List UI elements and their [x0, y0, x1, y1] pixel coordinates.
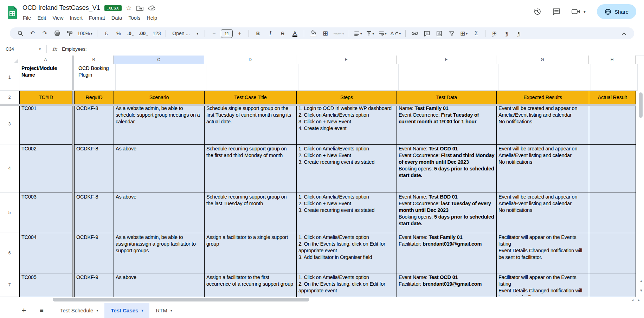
table-header-test-data[interactable]: Test Data — [397, 91, 497, 104]
cell-steps[interactable]: 1. Click on Amelia/Events option 2. On t… — [297, 273, 397, 297]
merge-cells-button[interactable]: ⇥⇤▾ — [332, 28, 345, 38]
search-menus-button[interactable] — [15, 28, 26, 38]
cell-a1[interactable]: Project/Module Name — [19, 64, 72, 91]
video-call-button[interactable]: ▼ — [571, 8, 586, 15]
row-header-4[interactable]: 4 — [0, 144, 19, 193]
format-currency-button[interactable]: £ — [101, 28, 112, 38]
cell-test-data[interactable]: Event Name: Test OCD 01 Facilitator: bre… — [397, 273, 497, 297]
cell-h1[interactable] — [591, 64, 638, 91]
horizontal-scrollbar[interactable] — [53, 298, 309, 301]
row-header-1[interactable]: 1 — [0, 64, 19, 91]
cell-req[interactable]: OCDKF-8 — [75, 145, 114, 193]
column-header-A[interactable]: A — [19, 56, 72, 64]
cell-steps[interactable]: 1. Login to OCD Irl website WP dashboard… — [297, 104, 397, 145]
text-direction-rtl-button[interactable]: ¶← — [514, 28, 524, 38]
text-direction-ltr-button[interactable]: ¶→ — [501, 28, 512, 38]
fill-color-button[interactable] — [308, 28, 318, 38]
font-select[interactable]: Open ...▾ — [169, 28, 201, 38]
cell-title[interactable]: Assign a facilitator to the first occurr… — [205, 273, 297, 297]
cell-id[interactable]: TC005 — [20, 273, 72, 297]
column-header-E[interactable]: E — [296, 56, 397, 64]
all-sheets-menu-button[interactable]: ≡ — [37, 307, 46, 314]
column-header-F[interactable]: F — [397, 56, 496, 64]
paint-format-button[interactable] — [64, 28, 75, 38]
cell-scenario[interactable]: As a website admin, be able to schedule … — [114, 104, 205, 145]
vertical-align-button[interactable]: ▾ — [365, 28, 376, 38]
sheet-tab-test-cases[interactable]: Test Cases▾ — [104, 303, 149, 318]
cell-expected[interactable]: Facilitator will appear on the Events li… — [497, 233, 589, 273]
table-header-req-id[interactable]: Req#ID — [75, 91, 114, 104]
font-size-input[interactable]: 11 — [221, 29, 233, 38]
column-header-B[interactable]: B — [74, 56, 114, 64]
cell-scenario[interactable]: As above — [114, 193, 205, 233]
cell-actual[interactable] — [589, 104, 636, 145]
cell-id[interactable]: TC001 — [20, 104, 72, 145]
cell-actual[interactable] — [589, 145, 636, 193]
text-rotation-button[interactable]: A ▾ — [389, 28, 402, 38]
menu-help[interactable]: Help — [143, 14, 160, 22]
version-history-icon[interactable] — [533, 7, 542, 16]
menu-format[interactable]: Format — [86, 14, 108, 22]
cell-scenario[interactable]: As above — [114, 145, 205, 193]
format-percent-button[interactable]: % — [113, 28, 124, 38]
chevron-down-icon[interactable]: ▼ — [583, 10, 586, 14]
cell-steps[interactable]: 1. Click on Amelia/Events option 2. Clic… — [297, 193, 397, 233]
increase-decimal-button[interactable]: .00→ — [138, 28, 150, 38]
cell-scenario[interactable]: As a website admin, be able to assign/un… — [114, 233, 205, 273]
cell-req[interactable]: OCDKF-9 — [75, 233, 114, 273]
table-header-test-case-title[interactable]: Test Case Title — [205, 91, 297, 104]
decrease-decimal-button[interactable]: .0← — [125, 28, 136, 38]
cell-title[interactable]: Schedule recurring support group on the … — [205, 145, 297, 193]
collapse-toolbar-button[interactable] — [618, 28, 629, 38]
cell-f1[interactable] — [399, 64, 498, 91]
column-header-G[interactable]: G — [496, 56, 589, 64]
share-button[interactable]: Share — [597, 4, 636, 19]
row-header-2[interactable]: 2 — [0, 91, 19, 104]
cell-test-data[interactable]: Event Name: Test Family 01 Facilitator: … — [397, 233, 497, 273]
table-header-scenario[interactable]: Scenario — [114, 91, 205, 104]
number-format-button[interactable]: 123 — [151, 28, 162, 38]
insert-chart-button[interactable] — [434, 28, 445, 38]
scroll-left-icon[interactable]: ◂ — [632, 298, 633, 302]
insert-link-button[interactable] — [409, 28, 420, 38]
cell-steps[interactable]: 1. Click on Amelia/Events option 2. Clic… — [297, 145, 397, 193]
cell-expected[interactable]: Event will be created and appear on Amel… — [497, 104, 589, 145]
comments-icon[interactable] — [552, 7, 561, 16]
table-header-tc-id[interactable]: TC#ID — [20, 91, 72, 104]
cell-test-data[interactable]: Event Name: Test BDD 01 Event Occurrence… — [397, 193, 497, 233]
horizontal-align-button[interactable]: ▾ — [353, 28, 363, 38]
italic-button[interactable]: I — [265, 28, 276, 38]
name-box[interactable]: C34▾ — [0, 46, 44, 52]
document-title[interactable]: OCD Ireland TestCases_V1 — [22, 4, 100, 12]
text-color-button[interactable]: A — [289, 28, 300, 38]
sheet-tab-rtm[interactable]: RTM▾ — [149, 303, 178, 318]
cell-actual[interactable] — [589, 273, 636, 297]
cell-d1[interactable] — [206, 64, 298, 91]
cell-req[interactable]: OCDKF-8 — [75, 193, 114, 233]
strikethrough-button[interactable]: S — [277, 28, 288, 38]
functions-button[interactable]: Σ — [471, 28, 482, 38]
cell-expected[interactable]: Event will be created and appear on Amel… — [497, 145, 589, 193]
cell-test-data[interactable]: Event Name: Test OCD 01 Event Occurrence… — [397, 145, 497, 193]
decrease-font-size-button[interactable]: − — [208, 28, 219, 38]
menu-data[interactable]: Data — [108, 14, 125, 22]
cell-req[interactable]: OCDKF-9 — [75, 273, 114, 297]
redo-button[interactable]: ↷ — [39, 28, 50, 38]
select-all-corner[interactable] — [0, 56, 19, 64]
sheets-logo-icon[interactable] — [7, 6, 18, 20]
cell-req[interactable]: OCDKF-8 — [75, 104, 114, 145]
move-folder-icon[interactable] — [136, 5, 144, 11]
column-header-D[interactable]: D — [204, 56, 296, 64]
insert-table-button[interactable]: ⊞▾ — [458, 28, 469, 38]
scroll-right-icon[interactable]: ▸ — [638, 298, 640, 302]
cell-b1[interactable]: OCD Booking Plugin — [76, 64, 116, 91]
table-header-expected-results[interactable]: Expected Results — [497, 91, 589, 104]
cell-title[interactable]: Schedule single support group on the fir… — [205, 104, 297, 145]
add-sheet-button[interactable]: + — [19, 306, 28, 315]
cell-id[interactable]: TC002 — [20, 145, 72, 193]
cell-title[interactable]: Schedule recurring support group on the … — [205, 193, 297, 233]
cell-actual[interactable] — [589, 233, 636, 273]
print-button[interactable] — [52, 28, 63, 38]
star-icon[interactable]: ☆ — [126, 5, 132, 11]
menu-view[interactable]: View — [49, 14, 66, 22]
